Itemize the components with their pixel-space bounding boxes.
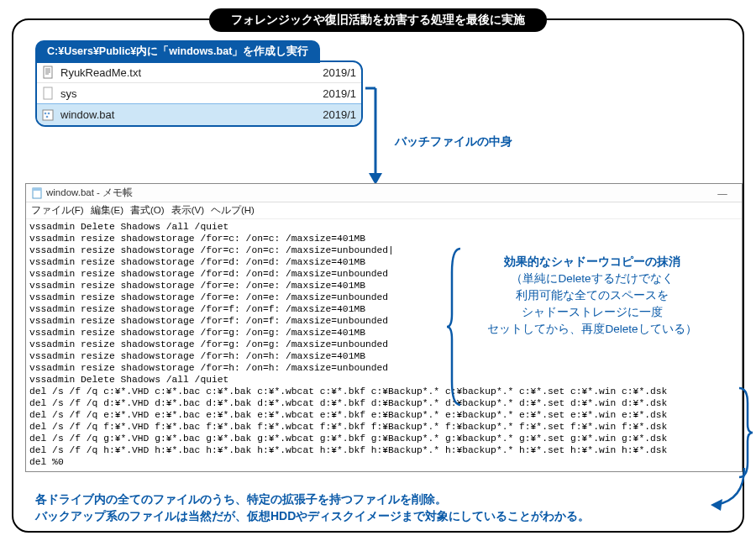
annotation-header: 効果的なシャドーウコピーの抹消 bbox=[470, 254, 714, 270]
file-date: 2019/1 bbox=[323, 87, 356, 100]
blank-file-icon bbox=[40, 86, 55, 101]
svg-rect-6 bbox=[43, 110, 53, 120]
file-name: RyukReadMe.txt bbox=[60, 66, 323, 79]
file-date: 2019/1 bbox=[323, 108, 356, 121]
svg-point-7 bbox=[45, 112, 47, 114]
arrow-label: バッチファイルの中身 bbox=[395, 134, 512, 150]
arrow-curve-icon bbox=[711, 466, 753, 512]
file-name: sys bbox=[60, 87, 323, 100]
file-row[interactable]: RyukReadMe.txt 2019/1 bbox=[37, 62, 361, 83]
file-name: window.bat bbox=[60, 108, 323, 121]
svg-rect-5 bbox=[44, 87, 52, 99]
file-row[interactable]: sys 2019/1 bbox=[37, 83, 361, 104]
notepad-icon bbox=[31, 187, 43, 199]
menu-view[interactable]: 表示(V) bbox=[171, 204, 204, 217]
annotation-file-deletion: 各ドライブ内の全てのファイルのうち、特定の拡張子を持つファイルを削除。 バックア… bbox=[35, 491, 706, 524]
diagram-title: フォレンジックや復旧活動を妨害する処理を最後に実施 bbox=[209, 8, 547, 32]
notepad-menubar: ファイル(F) 編集(E) 書式(O) 表示(V) ヘルプ(H) bbox=[26, 202, 742, 219]
file-date: 2019/1 bbox=[323, 66, 356, 79]
minimize-button[interactable]: — bbox=[708, 188, 737, 198]
curly-brace-icon bbox=[736, 386, 754, 479]
menu-file[interactable]: ファイル(F) bbox=[31, 204, 84, 217]
annotation-line: セットしてから、再度Deleteしている） bbox=[470, 321, 714, 338]
curly-brace-icon bbox=[445, 247, 464, 407]
svg-rect-12 bbox=[33, 188, 41, 191]
file-row-selected[interactable]: window.bat 2019/1 bbox=[37, 104, 361, 125]
menu-help[interactable]: ヘルプ(H) bbox=[211, 204, 255, 217]
callout-label: C:¥Users¥Public¥内に「windows.bat」を作成し実行 bbox=[35, 40, 320, 63]
text-file-icon bbox=[40, 65, 55, 80]
annotation-shadow-copy: 効果的なシャドーウコピーの抹消 （単純にDeleteするだけでなく 利用可能な全… bbox=[470, 254, 714, 338]
svg-point-8 bbox=[48, 112, 50, 114]
svg-marker-13 bbox=[711, 499, 722, 511]
svg-point-9 bbox=[46, 115, 49, 118]
annotation-line: シャドーストレージに一度 bbox=[470, 304, 714, 321]
batch-file-icon bbox=[40, 108, 55, 123]
notepad-titlebar[interactable]: window.bat - メモ帳 — bbox=[26, 184, 742, 202]
menu-format[interactable]: 書式(O) bbox=[130, 204, 165, 217]
annotation-line: （単純にDeleteするだけでなく bbox=[470, 270, 714, 287]
annotation-line: 利用可能な全てのスペースを bbox=[470, 287, 714, 304]
notepad-title: window.bat - メモ帳 bbox=[46, 186, 133, 199]
menu-edit[interactable]: 編集(E) bbox=[91, 204, 123, 217]
arrow-down-icon bbox=[365, 76, 386, 185]
file-explorer-list: RyukReadMe.txt 2019/1 sys 2019/1 window.… bbox=[35, 60, 363, 127]
